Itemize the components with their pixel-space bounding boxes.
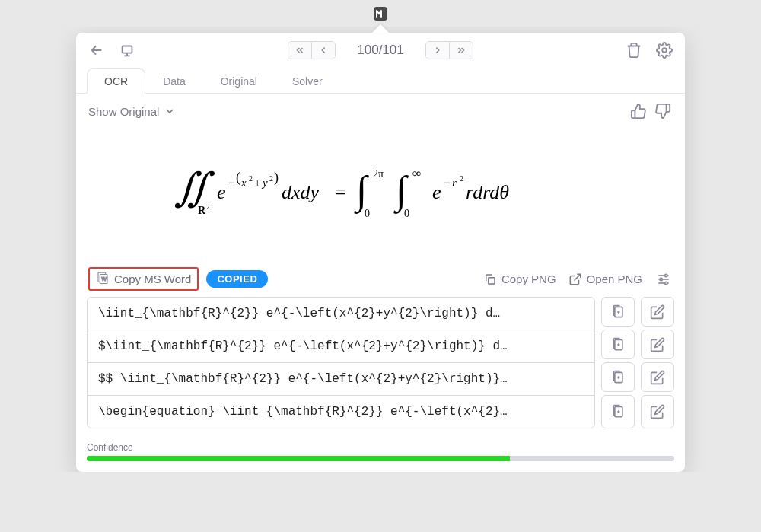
svg-text:x: x (240, 177, 247, 189)
svg-text:=: = (335, 181, 346, 203)
tabs: OCRDataOriginalSolver (76, 68, 685, 94)
svg-text:∫: ∫ (393, 168, 409, 214)
word-icon: W (96, 271, 110, 287)
svg-text:2: 2 (206, 203, 210, 211)
confidence-bar (87, 456, 674, 461)
back-button[interactable] (87, 40, 107, 60)
svg-text:−: − (228, 177, 234, 189)
svg-text:y: y (261, 177, 268, 189)
latex-rows: \iint_{\mathbf{R}^{2}} e^{-\left(x^{2}+y… (76, 297, 685, 438)
copy-latex-button[interactable] (601, 297, 635, 327)
svg-rect-31 (489, 277, 495, 283)
thumbs-down-button[interactable] (653, 101, 673, 121)
tab-solver[interactable]: Solver (275, 68, 340, 94)
latex-row: $$ \iint_{\mathbf{R}^{2}} e^{-\left(x^{2… (87, 362, 674, 392)
next-page-button[interactable] (426, 42, 449, 59)
edit-latex-button[interactable] (641, 330, 674, 359)
thumbs-up-button[interactable] (629, 101, 648, 121)
copy-word-label: Copy MS Word (114, 272, 191, 285)
app-window: 100/101 OCRDataOriginalSolver Show Origi… (76, 33, 685, 472)
prev-page-button[interactable] (311, 42, 335, 59)
svg-text:r: r (452, 177, 457, 189)
svg-text:2: 2 (269, 174, 273, 183)
svg-text:R: R (198, 205, 206, 216)
chevron-down-icon (164, 105, 176, 117)
svg-text:): ) (274, 170, 279, 186)
page-indicator: 100/101 (342, 43, 419, 58)
confidence-fill (87, 456, 510, 461)
latex-text[interactable]: $$ \iint_{\mathbf{R}^{2}} e^{-\left(x^{2… (87, 362, 595, 396)
svg-point-36 (660, 278, 662, 280)
svg-text:e: e (432, 181, 441, 203)
svg-rect-1 (123, 46, 132, 53)
edit-latex-button[interactable] (641, 395, 674, 428)
svg-text:2π: 2π (373, 168, 384, 180)
show-original-toggle[interactable]: Show Original (88, 105, 176, 118)
svg-text:−: − (444, 177, 450, 189)
copy-icon (483, 272, 497, 286)
svg-text:W: W (102, 276, 107, 282)
crop-button[interactable] (117, 40, 137, 60)
show-original-label: Show Original (88, 105, 159, 118)
prev-nav-group (288, 41, 336, 59)
edit-latex-button[interactable] (641, 362, 674, 392)
equation-display: ∬ R 2 e − ( x 2 + y 2 ) dxdy = ∫ 2π 0 ∫ … (76, 129, 685, 261)
tab-original[interactable]: Original (203, 68, 275, 94)
svg-text:0: 0 (365, 208, 370, 219)
svg-text:(: ( (236, 170, 240, 186)
svg-point-2 (662, 48, 667, 53)
svg-text:2: 2 (460, 174, 463, 183)
copy-latex-button[interactable] (601, 395, 635, 428)
svg-text:rdrdθ: rdrdθ (466, 181, 509, 203)
open-png-label: Open PNG (587, 272, 642, 285)
latex-text[interactable]: $\iint_{\mathbf{R}^{2}} e^{-\left(x^{2}+… (87, 330, 595, 363)
next-nav-group (425, 41, 473, 59)
svg-point-37 (665, 282, 667, 284)
copy-latex-button[interactable] (601, 362, 635, 392)
edit-latex-button[interactable] (641, 297, 674, 327)
copy-latex-button[interactable] (601, 330, 635, 359)
svg-text:∞: ∞ (412, 167, 421, 180)
confidence-section: Confidence (76, 438, 685, 472)
copy-png-label: Copy PNG (501, 272, 556, 285)
subbar: Show Original (76, 94, 685, 129)
delete-button[interactable] (624, 40, 644, 60)
settings-button[interactable] (654, 40, 674, 60)
copied-badge: COPIED (206, 270, 268, 288)
latex-row: \iint_{\mathbf{R}^{2}} e^{-\left(x^{2}+y… (87, 297, 674, 327)
latex-text[interactable]: \iint_{\mathbf{R}^{2}} e^{-\left(x^{2}+y… (87, 297, 595, 330)
svg-text:dxdy: dxdy (282, 181, 320, 203)
svg-text:0: 0 (404, 208, 409, 219)
open-png-button[interactable]: Open PNG (568, 272, 642, 286)
svg-text:∫: ∫ (354, 168, 369, 214)
latex-row: $\iint_{\mathbf{R}^{2}} e^{-\left(x^{2}+… (87, 330, 674, 359)
svg-text:2: 2 (249, 174, 253, 183)
last-page-button[interactable] (449, 42, 473, 59)
confidence-label: Confidence (87, 442, 674, 453)
app-icon[interactable] (371, 5, 390, 23)
format-settings-button[interactable] (654, 270, 673, 288)
external-link-icon (568, 272, 582, 286)
svg-text:+: + (254, 177, 260, 189)
copy-ms-word-button[interactable]: W Copy MS Word (88, 267, 199, 291)
first-page-button[interactable] (288, 42, 311, 59)
svg-point-35 (665, 274, 667, 276)
tab-data[interactable]: Data (145, 68, 203, 94)
latex-text[interactable]: \begin{equation} \iint_{\mathbf{R}^{2}} … (87, 395, 595, 428)
copy-png-button[interactable]: Copy PNG (483, 272, 556, 286)
toolbar: 100/101 (76, 33, 685, 68)
svg-text:e: e (217, 181, 226, 203)
tab-ocr[interactable]: OCR (87, 68, 145, 94)
actions-bar: W Copy MS Word COPIED Copy PNG Open PNG (76, 261, 685, 297)
latex-row: \begin{equation} \iint_{\mathbf{R}^{2}} … (87, 395, 674, 428)
